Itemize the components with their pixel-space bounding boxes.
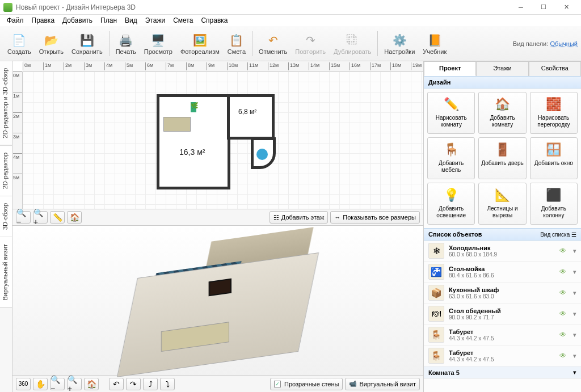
gear-icon: ⚙️ — [391, 32, 407, 48]
object-row[interactable]: 🚰Стол-мойка80.4 x 61.6 x 86.6👁▾ — [424, 262, 581, 283]
hand-icon: ✋ — [36, 380, 45, 389]
tab-virtual-visit[interactable]: Виртуальный визит — [0, 237, 12, 308]
zoom-in-3d-button[interactable]: 🔍+ — [67, 378, 82, 390]
settings-button[interactable]: ⚙️Настройки — [381, 31, 418, 56]
pan-button[interactable]: ✋ — [33, 378, 48, 390]
design-card-7[interactable]: 📐Лестницы и вырезы — [478, 183, 526, 225]
tab-2d-editor[interactable]: 2D-редактор — [0, 146, 12, 196]
manual-button[interactable]: 📙Учебник — [419, 31, 450, 56]
visibility-toggle[interactable]: 👁 — [559, 331, 566, 339]
tab-project[interactable]: Проект — [424, 61, 476, 76]
menu-help[interactable]: Справка — [197, 16, 231, 25]
design-card-2[interactable]: 🧱Нарисовать перегородку — [530, 92, 578, 134]
menu-view[interactable]: Вид — [121, 16, 141, 25]
menu-edit[interactable]: Правка — [28, 16, 58, 25]
transparent-walls-toggle[interactable]: ✓Прозрачные стены — [270, 378, 343, 390]
tilt-down-icon: ⤵ — [166, 380, 170, 389]
save-button[interactable]: 💾Сохранить — [68, 31, 106, 56]
chevron-down-icon[interactable]: ▾ — [573, 310, 576, 318]
home-2d-button[interactable]: 🏠 — [67, 211, 82, 224]
panel-mode-link[interactable]: Обычный — [550, 40, 578, 47]
visibility-toggle[interactable]: 👁 — [559, 289, 566, 297]
chevron-down-icon[interactable]: ▾ — [573, 331, 576, 339]
object-row[interactable]: 🍽Стол обеденный90.0 x 90.2 x 71.7👁▾ — [424, 304, 581, 324]
zoom-out-2d-button[interactable]: 🔍− — [16, 211, 31, 224]
controls-2d: 🔍− 🔍+ 📏 🏠 ☷Добавить этаж ↔Показывать все… — [12, 209, 423, 226]
visibility-toggle[interactable]: 👁 — [559, 268, 566, 276]
design-card-icon: 🧱 — [545, 96, 563, 113]
object-row[interactable]: ❄Холодильник60.0 x 68.0 x 184.9👁▾ — [424, 241, 581, 262]
design-tools-grid: ✏️Нарисовать комнату🏠Добавить комнату🧱На… — [424, 88, 581, 228]
design-card-label: Добавить колонну — [532, 205, 576, 218]
estimate-button[interactable]: 📋Смета — [224, 31, 249, 56]
design-card-6[interactable]: 💡Добавить освещение — [427, 183, 475, 225]
list-view-icon[interactable]: ☰ — [571, 231, 576, 238]
object-row[interactable]: 🪑Табурет44.3 x 44.2 x 47.5👁▾ — [424, 324, 581, 345]
maximize-button[interactable]: ☐ — [532, 1, 555, 14]
object-dimensions: 90.0 x 90.2 x 71.7 — [449, 314, 501, 321]
sofa-2d-icon[interactable] — [163, 117, 191, 132]
right-panel: Проект Этажи Свойства Дизайн ✏️Нарисоват… — [423, 61, 581, 392]
zoom-in-icon: 🔍+ — [68, 375, 81, 393]
design-card-4[interactable]: 🚪Добавить дверь — [478, 137, 526, 179]
menu-add[interactable]: Добавить — [59, 16, 96, 25]
open-button[interactable]: 📂Открыть — [36, 31, 67, 56]
design-card-icon: 💡 — [442, 187, 460, 204]
objects-list[interactable]: ❄Холодильник60.0 x 68.0 x 184.9👁▾🚰Стол-м… — [424, 241, 581, 392]
menu-estimate[interactable]: Смета — [170, 16, 196, 25]
object-row[interactable]: 📦Кухонный шкаф63.0 x 61.6 x 83.0👁▾ — [424, 283, 581, 304]
object-row[interactable]: 🪑Табурет44.3 x 44.2 x 47.5👁▾ — [424, 345, 581, 366]
redo-icon: ↷ — [302, 32, 318, 48]
undo-icon: ↶ — [265, 32, 281, 48]
canvas-3d[interactable] — [12, 226, 423, 375]
undo-button[interactable]: ↶Отменить — [255, 31, 290, 56]
menu-file[interactable]: Файл — [3, 16, 27, 25]
print-button[interactable]: 🖨️Печать — [112, 31, 140, 56]
zoom-out-3d-button[interactable]: 🔍− — [50, 378, 65, 390]
tab-2d-3d[interactable]: 2D-редактор и 3D-обзор — [0, 61, 12, 146]
book-icon: 📙 — [427, 32, 443, 48]
chevron-down-icon[interactable]: ▾ — [573, 268, 576, 276]
floor-plan[interactable]: 🌿 16,3 м² 6,8 м² — [157, 94, 276, 191]
tab-3d-view[interactable]: 3D-обзор — [0, 196, 12, 237]
object-group-row[interactable]: Комната 5▾ — [424, 366, 581, 379]
tab-floors[interactable]: Этажи — [476, 61, 528, 76]
design-card-5[interactable]: 🪟Добавить окно — [530, 137, 578, 179]
ruler-icon: 📏 — [53, 213, 62, 222]
design-card-8[interactable]: ⬛Добавить колонну — [530, 183, 578, 225]
design-card-icon: 🪟 — [545, 141, 563, 158]
visibility-toggle[interactable]: 👁 — [559, 247, 566, 255]
controls-3d: 360 ✋ 🔍− 🔍+ 🏠 ↶ ↷ ⤴ ⤵ ✓Прозрачные стены … — [12, 375, 423, 392]
visibility-toggle[interactable]: 👁 — [559, 310, 566, 318]
close-button[interactable]: ✕ — [555, 1, 578, 14]
rotate-360-button[interactable]: 360 — [16, 378, 31, 390]
visibility-toggle[interactable]: 👁 — [559, 352, 566, 360]
preview-button[interactable]: 🖥️Просмотр — [141, 31, 176, 56]
create-button[interactable]: 📄Создать — [4, 31, 35, 56]
chevron-down-icon[interactable]: ▾ — [573, 247, 576, 255]
design-card-1[interactable]: 🏠Добавить комнату — [478, 92, 526, 134]
tab-properties[interactable]: Свойства — [529, 61, 581, 76]
canvas-2d[interactable]: 🌿 16,3 м² 6,8 м² — [23, 71, 423, 209]
design-card-label: Лестницы и вырезы — [480, 205, 524, 218]
redo-button[interactable]: ↷Повторить — [292, 31, 329, 56]
tilt-up-icon: ⤴ — [149, 380, 153, 389]
zoom-in-2d-button[interactable]: 🔍+ — [33, 211, 48, 224]
photoreal-button[interactable]: 🖼️Фотореализм — [177, 31, 223, 56]
design-card-3[interactable]: 🪑Добавить мебель — [427, 137, 475, 179]
duplicate-button[interactable]: ⿻Дублировать — [330, 31, 374, 56]
home-3d-button[interactable]: 🏠 — [84, 378, 99, 390]
tilt-up-button[interactable]: ⤴ — [143, 378, 158, 390]
show-dimensions-button[interactable]: ↔Показывать все размеры — [330, 211, 420, 224]
design-card-0[interactable]: ✏️Нарисовать комнату — [427, 92, 475, 134]
chevron-down-icon[interactable]: ▾ — [573, 352, 576, 360]
monitor-icon: 🖥️ — [150, 32, 166, 48]
minimize-button[interactable]: ─ — [510, 1, 532, 14]
virtual-visit-button[interactable]: 📹Виртуальный визит — [345, 378, 420, 390]
object-dimensions: 60.0 x 68.0 x 184.9 — [449, 251, 497, 258]
measure-button[interactable]: 📏 — [50, 211, 65, 224]
chevron-down-icon[interactable]: ▾ — [573, 289, 576, 297]
menu-floors[interactable]: Этажи — [142, 16, 169, 25]
tilt-down-button[interactable]: ⤵ — [160, 378, 175, 390]
menu-plan[interactable]: План — [97, 16, 120, 25]
